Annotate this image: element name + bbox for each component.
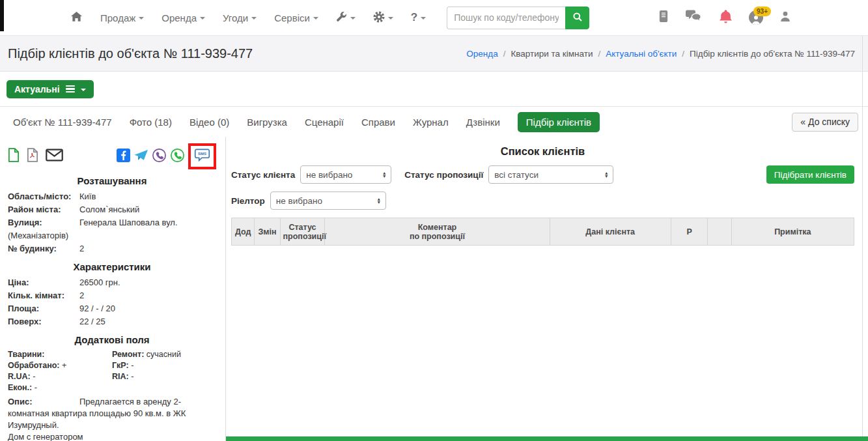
tab-photos[interactable]: Фото (18) [130,117,172,128]
help-menu[interactable]: ? [411,11,426,24]
col-changed: Змін [255,218,280,246]
tasks-button[interactable]: 93+ [749,10,763,25]
field-city-label: Область/місто: [8,190,79,203]
pdf-file-icon[interactable] [27,148,38,165]
field-price: Ціна:26500 грн. [8,276,216,289]
profile-button[interactable] [779,10,791,25]
back-to-list-button[interactable]: « До списку [792,113,858,132]
tab-object[interactable]: Об'єкт № 111-939-477 [13,117,112,128]
menu-services[interactable]: Сервіси [274,12,318,23]
status-label: Актуальні [14,84,60,94]
field-ria-label: RIA: [112,372,129,381]
status-dropdown-button[interactable]: Актуальні [7,80,94,98]
description-label: Опис: [8,396,79,408]
journal-icon [658,10,669,25]
field-econ: Екон.: - [8,382,112,393]
telegram-icon[interactable] [133,149,148,165]
extra-fields-grid: Тварини: Ремонт: сучасний Обработано: + … [8,349,216,393]
content-area: SMS Розташування Область/місто:Київ Райо… [0,137,868,441]
menu-rent-label: Оренда [161,12,197,23]
tab-journal[interactable]: Журнал [413,117,449,128]
facebook-icon[interactable] [117,149,130,165]
field-rooms-label: Кільк. кімнат: [8,289,79,302]
tab-upload[interactable]: Вигрузка [247,117,287,128]
notifications-button[interactable] [719,9,733,27]
top-navbar: Продаж Оренда Угоди Сервіси ? [0,0,868,36]
field-rua-label: R.UA: [8,372,31,381]
search-group [447,7,589,29]
section-characteristics-heading: Характеристики [8,261,216,272]
proposal-status-select[interactable]: всі статуси [488,165,613,184]
col-proposal-comment: Коментар по пропозиції [325,218,550,246]
field-ria: RIA: - [112,371,216,382]
settings-menu[interactable] [373,11,393,25]
col-added: Дод [232,218,255,246]
field-district: Район міста:Солом`янський [8,203,216,216]
tab-calls[interactable]: Дзвінки [466,117,500,128]
tab-scenarios[interactable]: Сценарії [305,117,344,128]
bell-icon [719,9,733,27]
wrench-icon [336,11,347,24]
app-window: Продаж Оренда Угоди Сервіси ? [0,0,868,441]
menu-sales[interactable]: Продаж [100,12,144,23]
filters-row-2: Ріелтор не вибрано [231,192,854,210]
match-clients-button[interactable]: Підібрати клієнтів [766,165,854,184]
section-extra-heading: Додаткові поля [8,334,216,345]
col-proposal-status: Статус пропозиції [280,218,325,246]
client-status-value: не вибрано [306,170,352,180]
breadcrumb-current: Підбір клієнтів до об'єкта № 111-939-477 [690,49,855,59]
email-icon[interactable] [46,149,63,164]
select-arrows-icon [378,197,380,205]
menu-services-label: Сервіси [274,12,310,23]
field-city-value: Київ [79,192,96,201]
realtor-select[interactable]: не вибрано [270,192,386,210]
tab-cases[interactable]: Справи [361,117,395,128]
clients-panel: Список клієнтів Статус клієнта не вибран… [226,137,868,441]
field-price-label: Ціна: [8,276,79,289]
home-button[interactable] [70,11,83,24]
menu-deals[interactable]: Угоди [223,12,257,23]
tab-video[interactable]: Відео (0) [189,117,229,128]
field-area: Площа:92 / - / 20 [8,302,216,315]
search-input[interactable] [447,7,565,29]
tab-client-matching-active[interactable]: Підбір клієнтів [518,112,600,132]
chevron-down-icon [421,17,426,20]
field-building-value: 2 [79,244,84,253]
field-rooms-value: 2 [79,291,84,300]
menu-sales-label: Продаж [100,12,135,23]
notification-count-badge: 93+ [753,7,771,16]
sms-icon[interactable]: SMS [194,148,210,165]
field-econ-value: - [35,383,37,392]
col-empty [708,218,731,246]
breadcrumb-apartments: Квартири та кімнати [511,49,593,59]
breadcrumb-actual-objects-link[interactable]: Актуальні об'єкти [606,49,677,59]
select-arrows-icon [383,171,385,178]
menu-rent[interactable]: Оренда [161,12,205,23]
svg-text:SMS: SMS [198,152,206,156]
chevron-down-icon [81,89,86,91]
journal-button[interactable] [658,10,669,25]
breadcrumb-rent-link[interactable]: Оренда [466,49,497,59]
export-icons [8,148,63,165]
viber-icon[interactable] [152,148,167,165]
excel-file-icon[interactable] [8,148,20,165]
chevron-down-icon [313,17,318,20]
navbar-right-icons: 93+ [658,9,868,27]
field-area-value: 92 / - / 20 [79,304,115,313]
search-button[interactable] [565,7,589,29]
field-gkr-value: - [131,361,133,370]
scrollbar-track[interactable] [862,36,863,441]
clients-table-header-row: Дод Змін Статус пропозиції Коментар по п… [232,218,854,246]
client-status-select[interactable]: не вибрано [300,165,391,184]
messages-button[interactable] [685,9,703,26]
home-icon [70,11,83,24]
field-floor: Поверх:22 / 25 [8,315,216,328]
field-building: № будинку:2 [8,242,216,255]
chevron-down-icon [200,17,205,20]
proposal-status-value: всі статуси [494,170,539,180]
field-repair-label: Ремонт: [112,350,144,359]
whatsapp-icon[interactable] [170,148,185,165]
bottom-green-bar [226,436,868,441]
tools-menu[interactable] [336,11,356,24]
object-tabs: Об'єкт № 111-939-477 Фото (18) Відео (0)… [0,107,868,137]
